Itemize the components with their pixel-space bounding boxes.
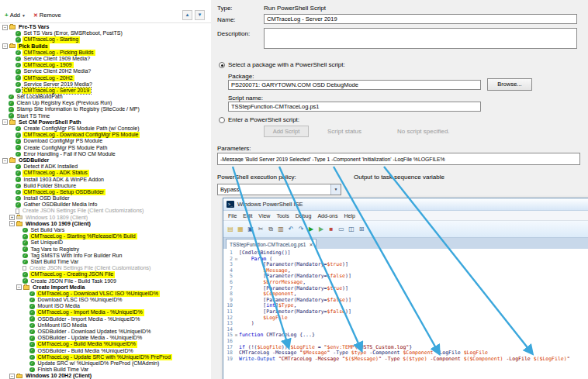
ts-step-row[interactable]: ✓CMTraceLog - Update SRC with %UniqueID%…: [0, 354, 211, 360]
expand-icon[interactable]: +: [9, 215, 15, 220]
ts-step-row[interactable]: ✓Error Handling - Fail if NO CM Module: [0, 151, 211, 157]
browse-button[interactable]: Browse...: [487, 78, 532, 91]
open-script-icon[interactable]: ▦: [236, 224, 245, 235]
fold-toggle-icon[interactable]: ⊟: [233, 257, 239, 263]
fold-toggle-icon[interactable]: ⊞: [233, 332, 239, 339]
ts-step-row[interactable]: ✓OSDBuilder - Download Updates %UniqueID…: [0, 329, 211, 335]
save-icon[interactable]: ▣: [246, 224, 255, 235]
copy-icon[interactable]: ⧉: [266, 224, 275, 235]
ts-step-row[interactable]: ✓Install OSD Builder: [0, 195, 211, 202]
ts-group-row[interactable]: −Windows 10 1909 (Client): [0, 221, 211, 227]
ts-step-row[interactable]: ✓Stamp Site Information to Registry (Sit…: [0, 106, 211, 112]
ts-step-row[interactable]: ✓Set Build Vars: [0, 227, 211, 233]
ts-step-row[interactable]: ✓CMTraceLog - Download VLSC ISO %UniqueI…: [0, 291, 211, 297]
menu-item-view[interactable]: View: [255, 213, 273, 219]
ts-step-row[interactable]: ✓OSDBuilder - Import Media - %UniqueID%: [0, 316, 211, 322]
package-input[interactable]: [228, 80, 481, 90]
ts-step-row[interactable]: ✓OSDBuilder - Update Media - %UniqueID%: [0, 335, 211, 341]
ts-step-row[interactable]: ✓CMTraceLog - Server 2019: [0, 88, 211, 94]
ts-step-row[interactable]: ✓UnMount ISO Media: [0, 322, 211, 329]
ts-step-row[interactable]: ✓Tag Vars to Registry: [0, 246, 211, 253]
ts-step-row[interactable]: ✓CMTraceLog - 1909: [0, 62, 211, 68]
ts-step-row[interactable]: ✓CMTraceLog - Import Media - %UniqueID%: [0, 309, 211, 315]
ts-group-row[interactable]: −Set CM PowerShell Path: [0, 119, 211, 126]
menu-item-debug[interactable]: Debug: [292, 213, 315, 219]
ts-step-row[interactable]: Create JSON Settings File (Client Custom…: [0, 265, 211, 271]
ts-step-row[interactable]: ✓CMTraceLog - Starting %ReleaseID% Build: [0, 233, 211, 239]
ts-step-row[interactable]: ✓CMTraceLog - Download ConfigMgr PS Modu…: [0, 132, 211, 138]
ts-group-row[interactable]: +Windows 10 1809 (Client): [0, 215, 211, 221]
menu-item-tools[interactable]: Tools: [273, 213, 292, 219]
script-name-input[interactable]: [228, 102, 481, 112]
menu-item-addons[interactable]: Add-ons: [314, 213, 341, 219]
add-step-button[interactable]: + Add ▼: [5, 12, 26, 19]
script-tab[interactable]: TSStepFunction-CMTraceLog.ps1 ✕: [226, 239, 316, 249]
collapse-icon[interactable]: −: [2, 158, 8, 164]
ts-group-row[interactable]: −Create Import Media: [0, 284, 211, 291]
ts-step-row[interactable]: ✓CMTraceLog - Setup OSDBuilder: [0, 189, 211, 195]
ts-group-row[interactable]: −Windows 10 20H2 (Client): [0, 373, 211, 379]
ts-step-row[interactable]: ✓Build Folder Structure: [0, 183, 211, 189]
script-pane-toggle-icon[interactable]: ◫: [347, 224, 356, 235]
ts-step-row[interactable]: ✓Download ConfigMgr PS Module: [0, 138, 211, 144]
ts-step-row[interactable]: ✓OSDBuilder - Build Media %UniqueID%: [0, 348, 211, 354]
ts-group-row[interactable]: −Pre-TS Vars: [0, 24, 211, 30]
name-input[interactable]: [264, 14, 577, 24]
collapse-icon[interactable]: −: [9, 221, 15, 226]
select-package-radio[interactable]: [219, 62, 225, 68]
ts-step-row[interactable]: ✓CMTraceLog - Starting: [0, 36, 211, 43]
ts-step-row[interactable]: ✓Set LocalBuildPath: [0, 94, 211, 100]
collapse-icon[interactable]: −: [2, 119, 8, 125]
ts-step-row[interactable]: ✓Install 1903 ADK & WinPE Addon: [0, 177, 211, 183]
ts-step-row[interactable]: ✓CMTraceLog - 20H2: [0, 75, 211, 81]
new-remote-tab-icon[interactable]: ▭: [337, 224, 346, 235]
ts-step-row[interactable]: ✓Start Build Time Var: [0, 259, 211, 265]
ts-step-row[interactable]: ✓Detect if ADK Installed: [0, 164, 211, 170]
ts-step-row[interactable]: ✓CMTraceLog - ADK Status: [0, 170, 211, 176]
ts-step-row[interactable]: ✓Set UniqueID: [0, 239, 211, 246]
close-icon[interactable]: ✕: [309, 242, 313, 247]
ts-step-row[interactable]: ✓CMTraceLog - Picking Builds: [0, 50, 211, 56]
ts-step-row[interactable]: ✓Create JSON File - Build Task 1909: [0, 278, 211, 284]
menu-item-help[interactable]: Help: [341, 213, 358, 219]
ts-step-row[interactable]: ✓Download VLSC ISO %UniqueID%: [0, 297, 211, 303]
ts-step-row[interactable]: ✓Service Client 20H2 Media?: [0, 68, 211, 74]
ise-title-bar[interactable]: >_ Windows PowerShell ISE: [223, 198, 588, 211]
move-down-icon[interactable]: ▼: [195, 10, 205, 20]
ts-step-row[interactable]: ✓Mount ISO Media: [0, 303, 211, 309]
new-script-icon[interactable]: ▤: [226, 224, 235, 235]
ts-step-row[interactable]: ✓Clean Up Registry Keys (Previous Run): [0, 100, 211, 106]
ts-step-row[interactable]: ✓Set TS Vars (Error, SMSReboot, PostTS): [0, 30, 211, 36]
collapse-icon[interactable]: −: [9, 374, 15, 379]
collapse-icon[interactable]: −: [16, 284, 22, 290]
run-script-icon[interactable]: ▶: [306, 224, 316, 235]
menu-item-file[interactable]: File: [225, 213, 240, 219]
ts-step-row[interactable]: ✓Tag SMSTS With Info For Builder Run: [0, 253, 211, 259]
description-input[interactable]: [264, 28, 577, 49]
paste-icon[interactable]: ▥: [276, 224, 285, 235]
menu-item-edit[interactable]: Edit: [240, 213, 255, 219]
undo-icon[interactable]: ↶: [286, 224, 296, 235]
ts-step-row[interactable]: ✓CMTraceLog - Creating JSON File: [0, 271, 211, 277]
enter-script-radio[interactable]: [219, 117, 225, 123]
ts-step-row[interactable]: ✓Create ConfigMgr PS Module Path (w/ Con…: [0, 126, 211, 132]
move-up-icon[interactable]: ▲: [182, 10, 192, 20]
ts-group-row[interactable]: −OSDBuilder: [0, 157, 211, 164]
ts-step-row[interactable]: ✓Finish Build Time Var: [0, 367, 211, 373]
ts-step-row[interactable]: ✓Service Client 1909 Media?: [0, 56, 211, 62]
execution-policy-select[interactable]: Bypass ▼: [217, 184, 341, 195]
ts-step-row[interactable]: ✓Start TS Time: [0, 113, 211, 119]
collapse-icon[interactable]: −: [2, 43, 8, 49]
redo-icon[interactable]: ↷: [296, 224, 306, 235]
ts-step-row[interactable]: ✓Service Server 2019 Media?: [0, 81, 211, 88]
script-editor[interactable]: 1[CmdletBinding()]2⊟ Param (3 [Parameter…: [223, 249, 588, 379]
parameters-input[interactable]: [217, 153, 580, 165]
show-command-icon[interactable]: ⊞: [357, 224, 366, 235]
ts-step-row[interactable]: ✓Create ConfigMgr PS Module Path: [0, 145, 211, 151]
run-selection-icon[interactable]: ▶: [316, 224, 326, 235]
ts-group-row[interactable]: −Pick Builds: [0, 43, 211, 50]
stop-icon[interactable]: ■: [327, 224, 336, 235]
ts-step-row[interactable]: ✓Gather OSDBuilder Media Info: [0, 202, 211, 208]
ts-step-row[interactable]: Create JSON Settings File (Client Custom…: [0, 208, 211, 214]
ts-step-row[interactable]: ✓Update SRC w/ %UniqueID% PreProd (CMAdm…: [0, 360, 211, 367]
